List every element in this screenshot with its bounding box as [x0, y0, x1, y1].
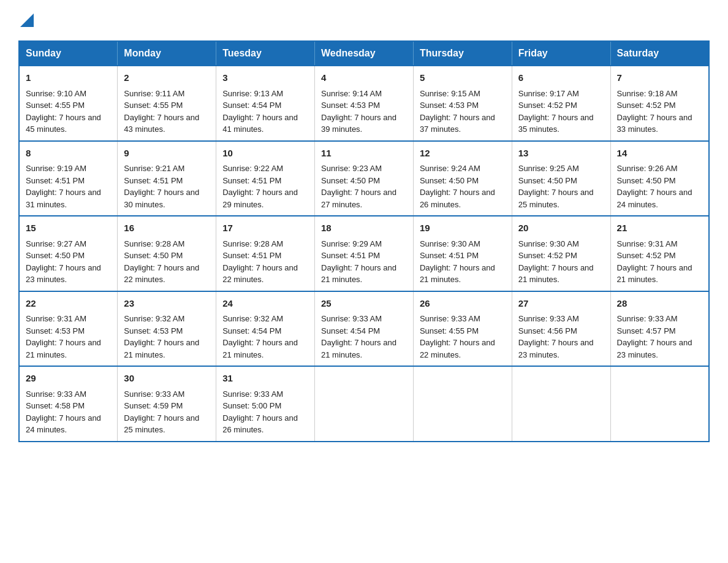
- day-info: Sunrise: 9:30 AMSunset: 4:51 PMDaylight:…: [420, 239, 495, 285]
- day-number: 10: [222, 147, 308, 161]
- day-of-week-header: Wednesday: [315, 41, 414, 66]
- calendar-day-cell: 5 Sunrise: 9:15 AMSunset: 4:53 PMDayligh…: [413, 66, 512, 141]
- calendar-day-cell: 29 Sunrise: 9:33 AMSunset: 4:58 PMDaylig…: [19, 366, 118, 442]
- day-info: Sunrise: 9:33 AMSunset: 4:59 PMDaylight:…: [124, 389, 199, 435]
- day-info: Sunrise: 9:28 AMSunset: 4:51 PMDaylight:…: [222, 239, 298, 285]
- calendar-day-cell: 12 Sunrise: 9:24 AMSunset: 4:50 PMDaylig…: [413, 141, 512, 216]
- day-of-week-header: Sunday: [19, 41, 118, 66]
- calendar-day-cell: 26 Sunrise: 9:33 AMSunset: 4:55 PMDaylig…: [413, 291, 512, 367]
- calendar-day-cell: 21 Sunrise: 9:31 AMSunset: 4:52 PMDaylig…: [610, 216, 709, 291]
- day-number: 18: [321, 221, 407, 236]
- day-number: 16: [124, 221, 210, 236]
- day-of-week-header: Tuesday: [216, 41, 315, 66]
- day-info: Sunrise: 9:33 AMSunset: 4:54 PMDaylight:…: [321, 314, 396, 359]
- page-header: [18, 12, 710, 29]
- calendar-week-row: 8 Sunrise: 9:19 AMSunset: 4:51 PMDayligh…: [19, 141, 709, 216]
- calendar-day-cell: 24 Sunrise: 9:32 AMSunset: 4:54 PMDaylig…: [216, 291, 315, 367]
- day-number: 4: [321, 71, 407, 85]
- calendar-week-row: 15 Sunrise: 9:27 AMSunset: 4:50 PMDaylig…: [19, 216, 709, 291]
- day-number: 22: [26, 297, 111, 311]
- calendar-day-cell: [512, 366, 610, 442]
- day-info: Sunrise: 9:17 AMSunset: 4:52 PMDaylight:…: [518, 89, 594, 134]
- day-number: 8: [26, 147, 111, 161]
- day-info: Sunrise: 9:31 AMSunset: 4:52 PMDaylight:…: [617, 239, 692, 285]
- calendar-day-cell: 3 Sunrise: 9:13 AMSunset: 4:54 PMDayligh…: [216, 66, 315, 141]
- day-number: 21: [617, 221, 702, 236]
- day-of-week-header: Monday: [118, 41, 216, 66]
- day-info: Sunrise: 9:15 AMSunset: 4:53 PMDaylight:…: [420, 89, 495, 134]
- day-of-week-header: Saturday: [610, 41, 709, 66]
- day-info: Sunrise: 9:22 AMSunset: 4:51 PMDaylight:…: [222, 164, 298, 209]
- day-of-week-header: Thursday: [413, 41, 512, 66]
- day-number: 30: [124, 372, 210, 386]
- day-info: Sunrise: 9:30 AMSunset: 4:52 PMDaylight:…: [518, 239, 594, 285]
- day-info: Sunrise: 9:27 AMSunset: 4:50 PMDaylight:…: [26, 239, 101, 285]
- calendar-day-cell: 18 Sunrise: 9:29 AMSunset: 4:51 PMDaylig…: [315, 216, 414, 291]
- calendar-day-cell: 28 Sunrise: 9:33 AMSunset: 4:57 PMDaylig…: [610, 291, 709, 367]
- calendar-day-cell: [413, 366, 512, 442]
- day-info: Sunrise: 9:21 AMSunset: 4:51 PMDaylight:…: [124, 164, 199, 209]
- calendar-week-row: 1 Sunrise: 9:10 AMSunset: 4:55 PMDayligh…: [19, 66, 709, 141]
- day-info: Sunrise: 9:33 AMSunset: 4:56 PMDaylight:…: [518, 314, 594, 359]
- day-info: Sunrise: 9:33 AMSunset: 4:58 PMDaylight:…: [26, 389, 101, 435]
- day-info: Sunrise: 9:32 AMSunset: 4:54 PMDaylight:…: [222, 314, 298, 359]
- calendar-day-cell: 2 Sunrise: 9:11 AMSunset: 4:55 PMDayligh…: [118, 66, 216, 141]
- day-number: 2: [124, 71, 210, 85]
- day-number: 9: [124, 147, 210, 161]
- calendar-day-cell: [315, 366, 414, 442]
- day-number: 6: [518, 71, 604, 85]
- calendar-day-cell: 25 Sunrise: 9:33 AMSunset: 4:54 PMDaylig…: [315, 291, 414, 367]
- day-info: Sunrise: 9:24 AMSunset: 4:50 PMDaylight:…: [420, 164, 495, 209]
- day-number: 7: [617, 71, 702, 85]
- day-number: 24: [222, 297, 308, 311]
- day-info: Sunrise: 9:19 AMSunset: 4:51 PMDaylight:…: [26, 164, 101, 209]
- day-number: 29: [26, 372, 111, 386]
- day-of-week-header: Friday: [512, 41, 610, 66]
- day-info: Sunrise: 9:28 AMSunset: 4:50 PMDaylight:…: [124, 239, 199, 285]
- day-info: Sunrise: 9:32 AMSunset: 4:53 PMDaylight:…: [124, 314, 199, 359]
- day-number: 3: [222, 71, 308, 85]
- calendar-week-row: 29 Sunrise: 9:33 AMSunset: 4:58 PMDaylig…: [19, 366, 709, 442]
- calendar-day-cell: 1 Sunrise: 9:10 AMSunset: 4:55 PMDayligh…: [19, 66, 118, 141]
- day-number: 31: [222, 372, 308, 386]
- calendar-day-cell: 15 Sunrise: 9:27 AMSunset: 4:50 PMDaylig…: [19, 216, 118, 291]
- calendar-day-cell: 19 Sunrise: 9:30 AMSunset: 4:51 PMDaylig…: [413, 216, 512, 291]
- calendar-day-cell: 9 Sunrise: 9:21 AMSunset: 4:51 PMDayligh…: [118, 141, 216, 216]
- day-number: 5: [420, 71, 506, 85]
- day-number: 19: [420, 221, 506, 236]
- calendar-table: SundayMondayTuesdayWednesdayThursdayFrid…: [18, 40, 710, 442]
- calendar-day-cell: 11 Sunrise: 9:23 AMSunset: 4:50 PMDaylig…: [315, 141, 414, 216]
- logo: [18, 12, 34, 29]
- day-info: Sunrise: 9:25 AMSunset: 4:50 PMDaylight:…: [518, 164, 594, 209]
- calendar-day-cell: 10 Sunrise: 9:22 AMSunset: 4:51 PMDaylig…: [216, 141, 315, 216]
- day-info: Sunrise: 9:18 AMSunset: 4:52 PMDaylight:…: [617, 89, 692, 134]
- calendar-day-cell: 30 Sunrise: 9:33 AMSunset: 4:59 PMDaylig…: [118, 366, 216, 442]
- day-info: Sunrise: 9:13 AMSunset: 4:54 PMDaylight:…: [222, 89, 298, 134]
- day-number: 11: [321, 147, 407, 161]
- calendar-header-row: SundayMondayTuesdayWednesdayThursdayFrid…: [19, 41, 709, 66]
- day-info: Sunrise: 9:14 AMSunset: 4:53 PMDaylight:…: [321, 89, 396, 134]
- day-info: Sunrise: 9:26 AMSunset: 4:50 PMDaylight:…: [617, 164, 692, 209]
- calendar-day-cell: 20 Sunrise: 9:30 AMSunset: 4:52 PMDaylig…: [512, 216, 610, 291]
- day-number: 25: [321, 297, 407, 311]
- day-info: Sunrise: 9:23 AMSunset: 4:50 PMDaylight:…: [321, 164, 396, 209]
- day-number: 12: [420, 147, 506, 161]
- day-info: Sunrise: 9:11 AMSunset: 4:55 PMDaylight:…: [124, 89, 199, 134]
- day-number: 13: [518, 147, 604, 161]
- calendar-day-cell: 6 Sunrise: 9:17 AMSunset: 4:52 PMDayligh…: [512, 66, 610, 141]
- calendar-day-cell: [610, 366, 709, 442]
- calendar-day-cell: 4 Sunrise: 9:14 AMSunset: 4:53 PMDayligh…: [315, 66, 414, 141]
- day-number: 28: [617, 297, 702, 311]
- calendar-day-cell: 16 Sunrise: 9:28 AMSunset: 4:50 PMDaylig…: [118, 216, 216, 291]
- day-number: 15: [26, 221, 111, 236]
- day-number: 17: [222, 221, 308, 236]
- day-number: 23: [124, 297, 210, 311]
- day-number: 20: [518, 221, 604, 236]
- day-info: Sunrise: 9:33 AMSunset: 5:00 PMDaylight:…: [222, 389, 298, 435]
- day-info: Sunrise: 9:10 AMSunset: 4:55 PMDaylight:…: [26, 89, 101, 134]
- day-number: 27: [518, 297, 604, 311]
- day-number: 1: [26, 71, 111, 85]
- day-number: 14: [617, 147, 702, 161]
- day-info: Sunrise: 9:33 AMSunset: 4:55 PMDaylight:…: [420, 314, 495, 359]
- calendar-day-cell: 14 Sunrise: 9:26 AMSunset: 4:50 PMDaylig…: [610, 141, 709, 216]
